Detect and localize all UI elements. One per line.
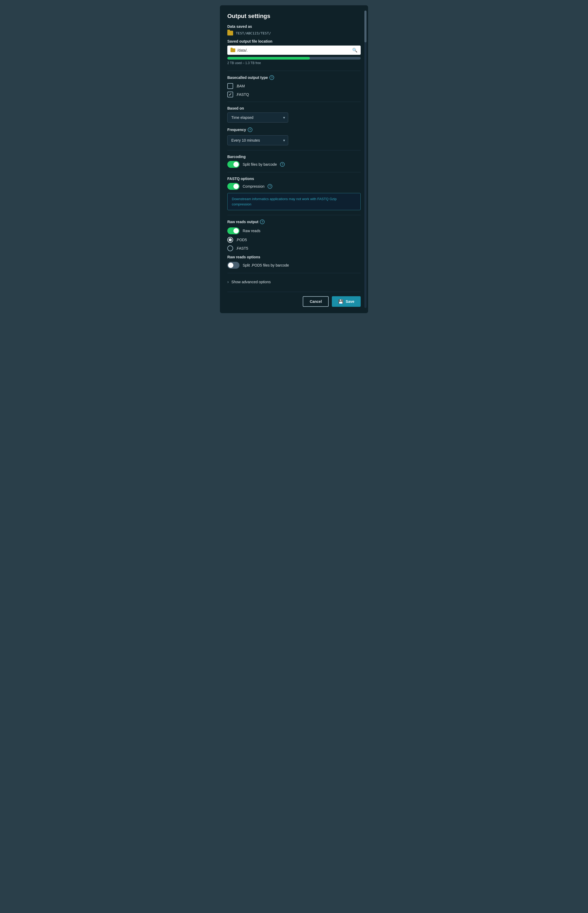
save-button[interactable]: 💾 Save <box>332 296 361 307</box>
split-files-row: Split files by barcode ? <box>227 161 361 168</box>
split-pod5-label: Split .POD5 files by barcode <box>243 263 289 267</box>
fastq-options-label: FASTQ options <box>227 176 361 181</box>
storage-progress-bar <box>227 57 361 60</box>
storage-progress-fill <box>227 57 310 60</box>
scrollbar-thumb[interactable] <box>364 11 367 42</box>
save-icon: 💾 <box>338 299 344 304</box>
based-on-select[interactable]: Time elapsed Read count File size <box>227 113 288 123</box>
frequency-select[interactable]: Every 10 minutes Every 5 minutes Every 3… <box>227 135 288 145</box>
pod5-radio[interactable] <box>227 237 233 243</box>
bam-checkbox[interactable] <box>227 83 233 89</box>
path-row: TEST/ABC123/TEST/ <box>227 31 361 36</box>
chevron-right-icon: › <box>227 280 229 284</box>
split-pod5-toggle[interactable] <box>227 262 239 269</box>
search-button[interactable]: 🔍 <box>352 48 357 53</box>
fastq-label: .FASTQ <box>236 92 249 97</box>
frequency-label: Frequency <box>227 128 246 132</box>
frequency-help-icon[interactable]: ? <box>248 127 252 132</box>
compression-row: Compression ? <box>227 183 361 190</box>
info-box: Downstream informatics applications may … <box>227 193 361 210</box>
location-folder-icon <box>231 48 235 52</box>
raw-reads-row: Raw reads <box>227 227 361 234</box>
fast5-label: .FAST5 <box>236 246 248 250</box>
basecalled-output-label-row: Basecalled output type ? <box>227 75 361 80</box>
storage-text: 2 TB used – 1.3 TB free <box>227 61 361 65</box>
split-files-label: Split files by barcode <box>243 162 277 166</box>
data-saved-as-label: Data saved as <box>227 24 361 29</box>
bam-checkbox-row: .BAM <box>227 83 361 89</box>
raw-reads-output-label: Raw reads output <box>227 220 258 224</box>
footer: Cancel 💾 Save <box>227 292 361 307</box>
file-location-label: Saved output file location <box>227 39 361 44</box>
barcoding-label: Barcoding <box>227 155 361 159</box>
divider-3 <box>227 150 361 150</box>
path-value: TEST/ABC123/TEST/ <box>236 31 271 35</box>
raw-reads-output-help-icon[interactable]: ? <box>260 220 265 224</box>
raw-reads-output-label-row: Raw reads output ? <box>227 220 361 224</box>
scrollbar-track[interactable] <box>364 11 367 308</box>
modal-title: Output settings <box>227 13 361 19</box>
cancel-button[interactable]: Cancel <box>303 296 329 307</box>
basecalled-output-label: Basecalled output type <box>227 76 268 80</box>
pod5-label: .POD5 <box>236 238 247 242</box>
raw-reads-label: Raw reads <box>243 229 260 233</box>
fast5-radio[interactable] <box>227 246 233 251</box>
fastq-checkbox[interactable] <box>227 92 233 97</box>
fast5-radio-row: .FAST5 <box>227 246 361 251</box>
location-input[interactable] <box>237 48 350 52</box>
compression-toggle[interactable] <box>227 183 239 190</box>
compression-help-icon[interactable]: ? <box>268 184 272 189</box>
bam-label: .BAM <box>236 84 245 88</box>
folder-icon <box>227 31 233 36</box>
show-advanced-row[interactable]: › Show advanced options <box>227 278 361 286</box>
raw-reads-options-label: Raw reads options <box>227 255 361 259</box>
output-settings-modal: Output settings Data saved as TEST/ABC12… <box>220 5 368 313</box>
pod5-radio-row: .POD5 <box>227 237 361 243</box>
split-files-toggle[interactable] <box>227 161 239 168</box>
frequency-label-row: Frequency ? <box>227 127 361 132</box>
split-pod5-row: Split .POD5 files by barcode <box>227 262 361 269</box>
divider-2 <box>227 102 361 102</box>
split-files-help-icon[interactable]: ? <box>280 162 285 167</box>
location-input-row: 🔍 <box>227 45 361 55</box>
basecalled-output-help-icon[interactable]: ? <box>270 75 274 80</box>
based-on-select-wrap: Time elapsed Read count File size <box>227 113 288 123</box>
based-on-label: Based on <box>227 106 361 110</box>
divider-1 <box>227 71 361 71</box>
fastq-checkbox-row: .FASTQ <box>227 92 361 97</box>
raw-reads-toggle[interactable] <box>227 227 239 234</box>
save-label: Save <box>346 299 354 304</box>
compression-label: Compression <box>243 184 264 189</box>
show-advanced-label: Show advanced options <box>231 280 271 284</box>
frequency-select-wrap: Every 10 minutes Every 5 minutes Every 3… <box>227 135 288 145</box>
divider-5 <box>227 215 361 215</box>
info-message: Downstream informatics applications may … <box>232 197 337 206</box>
